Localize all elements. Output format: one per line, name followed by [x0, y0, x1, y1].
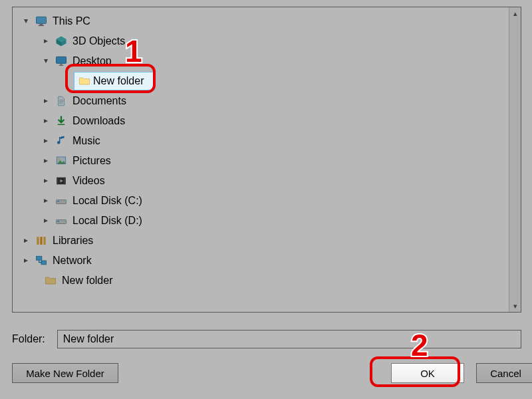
- tree-label: Local Disk (D:): [71, 214, 144, 227]
- svg-rect-12: [58, 124, 65, 126]
- download-icon: [54, 114, 68, 128]
- scroll-up-icon[interactable]: ▴: [509, 7, 521, 19]
- tree-label: Network: [51, 254, 93, 267]
- svg-rect-23: [57, 221, 59, 222]
- spacer: [61, 76, 71, 86]
- tree-item-disk-d[interactable]: ▸ Local Disk (D:): [18, 211, 506, 231]
- tree-item-pictures[interactable]: ▸ Pictures: [18, 151, 506, 171]
- tree-item-libraries[interactable]: ▸ Libraries: [18, 231, 506, 251]
- chevron-right-icon[interactable]: ▸: [41, 96, 51, 106]
- tree-item-desktop[interactable]: ▾ Desktop: [18, 51, 506, 71]
- chevron-right-icon[interactable]: ▸: [41, 176, 51, 186]
- make-new-folder-button[interactable]: Make New Folder: [12, 363, 118, 383]
- chevron-down-icon[interactable]: ▾: [41, 56, 51, 66]
- scroll-down-icon[interactable]: ▾: [509, 300, 521, 312]
- svg-rect-1: [40, 24, 43, 25]
- tree-item-new-folder[interactable]: New folder: [18, 271, 506, 291]
- monitor-icon: [34, 14, 49, 29]
- folder-icon: [43, 273, 58, 288]
- tree-label: Local Disk (C:): [71, 194, 144, 207]
- tree-label: Libraries: [51, 234, 94, 247]
- ok-button[interactable]: OK: [391, 363, 464, 383]
- cube-icon: [54, 34, 68, 49]
- tree-label: 3D Objects: [71, 35, 126, 48]
- drive-icon: [54, 213, 68, 228]
- tree-label: Videos: [71, 174, 106, 188]
- svg-rect-26: [40, 237, 42, 245]
- svg-point-21: [65, 201, 66, 203]
- svg-rect-20: [57, 201, 59, 202]
- tree-item-documents[interactable]: ▸ Documents: [18, 91, 506, 111]
- folder-tree-pane: ▾ This PC ▸ 3D Objects ▾ Desktop: [12, 7, 521, 313]
- svg-rect-7: [60, 64, 62, 65]
- chevron-right-icon[interactable]: ▸: [21, 255, 31, 266]
- tree-label: Downloads: [71, 114, 126, 128]
- chevron-right-icon[interactable]: ▸: [41, 36, 51, 47]
- folder-path-row: Folder:: [12, 330, 521, 348]
- tree-item-videos[interactable]: ▸ Videos: [18, 171, 506, 191]
- tree-item-music[interactable]: ▸ Music: [18, 131, 506, 151]
- tree-label: Music: [71, 134, 102, 148]
- tree-item-this-pc[interactable]: ▾ This PC: [18, 11, 506, 31]
- chevron-right-icon[interactable]: ▸: [41, 136, 51, 146]
- svg-rect-16: [57, 178, 58, 185]
- folder-path-input[interactable]: [57, 330, 521, 348]
- cancel-button[interactable]: Cancel: [476, 363, 532, 383]
- svg-rect-6: [57, 57, 66, 63]
- folder-field-label: Folder:: [12, 333, 45, 345]
- svg-rect-29: [41, 261, 47, 265]
- chevron-right-icon[interactable]: ▸: [41, 215, 51, 226]
- desktop-icon: [54, 54, 68, 68]
- svg-point-14: [59, 158, 61, 160]
- tree-label: Pictures: [71, 154, 112, 168]
- svg-rect-17: [65, 178, 66, 185]
- tree-item-disk-c[interactable]: ▸ Local Disk (C:): [18, 191, 506, 211]
- folder-icon: [77, 74, 92, 88]
- tree-item-3d-objects[interactable]: ▸ 3D Objects: [18, 31, 506, 51]
- svg-rect-28: [37, 256, 42, 260]
- chevron-right-icon[interactable]: ▸: [41, 116, 51, 126]
- chevron-right-icon[interactable]: ▸: [21, 235, 31, 246]
- network-icon: [34, 253, 49, 268]
- svg-rect-2: [39, 25, 44, 26]
- svg-rect-8: [59, 65, 64, 66]
- chevron-right-icon[interactable]: ▸: [41, 196, 51, 206]
- document-icon: [54, 94, 68, 108]
- tree-item-new-folder-selected[interactable]: New folder: [18, 71, 506, 91]
- vertical-scrollbar[interactable]: ▴ ▾: [509, 7, 521, 312]
- folder-tree[interactable]: ▾ This PC ▸ 3D Objects ▾ Desktop: [13, 7, 509, 312]
- tree-label: Desktop: [71, 55, 113, 68]
- chevron-right-icon[interactable]: ▸: [41, 156, 51, 166]
- picture-icon: [54, 154, 68, 168]
- tree-item-network[interactable]: ▸ Network: [18, 251, 506, 271]
- svg-rect-25: [37, 237, 39, 245]
- drive-icon: [54, 194, 68, 208]
- video-icon: [54, 174, 68, 188]
- chevron-down-icon[interactable]: ▾: [21, 16, 31, 27]
- tree-label: This PC: [51, 15, 92, 28]
- svg-rect-0: [37, 17, 47, 23]
- tree-label: Documents: [71, 94, 128, 108]
- dialog-button-row: Make New Folder OK Cancel: [12, 363, 521, 386]
- selection-highlight: New folder: [74, 72, 155, 90]
- libraries-icon: [34, 233, 49, 248]
- tree-label: New folder: [92, 74, 145, 88]
- tree-item-downloads[interactable]: ▸ Downloads: [18, 111, 506, 131]
- svg-rect-27: [43, 237, 45, 245]
- music-icon: [54, 134, 68, 148]
- svg-point-24: [65, 221, 66, 223]
- tree-label: New folder: [61, 274, 114, 287]
